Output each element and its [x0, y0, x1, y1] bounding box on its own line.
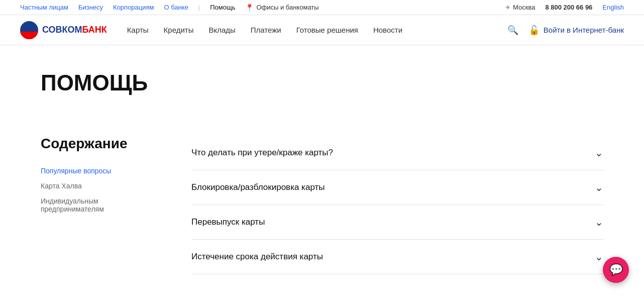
topbar-link-help[interactable]: Помощь: [210, 4, 235, 11]
topbar: Частным лицам Бизнесу Корпорациям О банк…: [0, 0, 644, 15]
nav-link-credits[interactable]: Кредиты: [164, 26, 194, 34]
chat-icon: 💬: [609, 263, 623, 276]
topbar-link-private[interactable]: Частным лицам: [20, 4, 68, 11]
sidebar: Содержание Популярные вопросы Карта Халв…: [41, 136, 161, 274]
accordion-label-2: Блокировка/разблокировка карты: [191, 182, 325, 192]
accordion-chevron-1: ⌄: [595, 147, 603, 159]
accordion-label-1: Что делать при утере/краже карты?: [191, 148, 333, 158]
topbar-link-about[interactable]: О банке: [164, 4, 188, 11]
accordion-item-3[interactable]: Перевыпуск карты ⌄: [191, 205, 603, 240]
accordion-chevron-2: ⌄: [595, 181, 603, 193]
page-content: Содержание Популярные вопросы Карта Халв…: [21, 116, 623, 294]
nav-links: Карты Кредиты Вклады Платежи Готовые реш…: [127, 26, 507, 34]
accordion-item-4[interactable]: Истечение срока действия карты ⌄: [191, 240, 603, 274]
accordion-item-1[interactable]: Что делать при утере/краже карты? ⌄: [191, 136, 603, 170]
accordion-label-4: Истечение срока действия карты: [191, 252, 323, 262]
accordion-label-3: Перевыпуск карты: [191, 217, 265, 227]
main-area: Что делать при утере/краже карты? ⌄ Блок…: [191, 136, 603, 274]
nav-link-cards[interactable]: Карты: [127, 26, 149, 34]
location-icon: 📍: [245, 4, 254, 12]
nav-link-news[interactable]: Новости: [373, 26, 402, 34]
topbar-link-corporate[interactable]: Корпорациям: [113, 4, 154, 11]
login-label: Войти в Интернет-банк: [544, 26, 624, 34]
accordion-chevron-3: ⌄: [595, 216, 603, 228]
city-name: Москва: [513, 4, 535, 11]
nav-link-deposits[interactable]: Вклады: [208, 26, 235, 34]
nav-link-payments[interactable]: Платежи: [251, 26, 281, 34]
logo[interactable]: СОВКОМБАНК: [20, 21, 107, 39]
language-selector[interactable]: English: [602, 4, 624, 11]
chat-button[interactable]: 💬: [603, 257, 629, 283]
sidebar-link-halva[interactable]: Карта Халва: [41, 182, 161, 190]
login-icon: 🔓: [528, 25, 540, 36]
logo-text: СОВКОМБАНК: [42, 25, 107, 35]
topbar-link-business[interactable]: Бизнесу: [78, 4, 103, 11]
login-button[interactable]: 🔓 Войти в Интернет-банк: [528, 25, 624, 36]
city-label[interactable]: ✈ Москва: [505, 4, 535, 11]
accordion-chevron-4: ⌄: [595, 251, 603, 263]
nav-link-solutions[interactable]: Готовые решения: [296, 26, 358, 34]
sidebar-title: Содержание: [41, 136, 161, 152]
logo-icon: [20, 21, 38, 39]
topbar-location[interactable]: 📍 Офисы и банкоматы: [245, 4, 318, 12]
topbar-divider: |: [198, 4, 200, 11]
topbar-offices-label[interactable]: Офисы и банкоматы: [256, 4, 318, 11]
city-icon: ✈: [505, 4, 510, 11]
topbar-right: ✈ Москва 8 800 200 66 96 English: [505, 4, 624, 11]
sidebar-link-popular[interactable]: Популярные вопросы: [41, 167, 161, 175]
nav-right: 🔍 🔓 Войти в Интернет-банк: [507, 25, 624, 36]
search-icon[interactable]: 🔍: [507, 25, 518, 36]
sidebar-link-entrepreneurs[interactable]: Индивидуальным предпринимателям: [41, 197, 161, 213]
accordion-item-2[interactable]: Блокировка/разблокировка карты ⌄: [191, 170, 603, 205]
page-heading: ПОМОЩЬ: [41, 70, 603, 95]
topbar-left: Частным лицам Бизнесу Корпорациям О банк…: [20, 4, 495, 12]
phone-number: 8 800 200 66 96: [545, 4, 592, 11]
navbar: СОВКОМБАНК Карты Кредиты Вклады Платежи …: [0, 15, 644, 45]
